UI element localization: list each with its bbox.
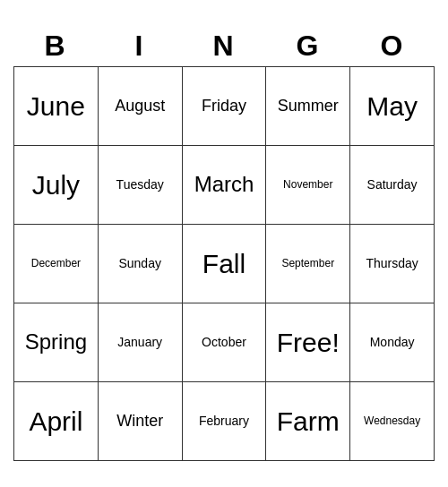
bingo-cell-12: Fall [183,225,267,303]
bingo-cell-6: Tuesday [99,146,183,225]
cell-text-11: Sunday [118,257,160,270]
bingo-card: BINGO JuneAugustFridaySummerMayJulyTuesd… [13,26,435,461]
bingo-cell-10: December [14,225,99,303]
cell-text-21: Winter [116,413,163,431]
bingo-cell-21: Winter [99,382,183,461]
bingo-cell-1: August [99,67,183,146]
cell-text-6: Tuesday [116,178,164,192]
cell-text-20: April [29,406,82,436]
cell-text-7: March [194,173,254,196]
cell-text-13: September [281,258,334,269]
bingo-cell-3: Summer [266,67,350,146]
cell-text-19: Monday [370,336,415,349]
bingo-cell-24: Wednesday [350,382,435,461]
bingo-cell-17: October [183,303,267,382]
cell-text-9: Saturday [367,178,418,192]
bingo-cell-13: September [266,225,350,303]
cell-text-22: February [199,414,249,428]
bingo-cell-4: May [350,67,435,146]
cell-text-15: Spring [25,330,87,354]
bingo-cell-16: January [99,303,183,382]
bingo-grid: JuneAugustFridaySummerMayJulyTuesdayMarc… [13,66,435,461]
cell-text-10: December [31,258,81,269]
bingo-cell-14: Thursday [350,225,435,303]
cell-text-12: Fall [202,249,246,278]
bingo-cell-7: March [183,146,267,225]
header-letter-i: I [98,26,182,66]
bingo-header: BINGO [13,26,435,66]
bingo-cell-19: Monday [350,303,435,382]
header-letter-b: B [13,26,98,66]
cell-text-8: November [283,179,332,191]
bingo-cell-5: July [14,146,99,225]
cell-text-1: August [115,98,165,115]
bingo-cell-20: April [14,382,99,461]
header-letter-n: N [182,26,266,66]
header-letter-o: O [350,26,435,66]
bingo-cell-23: Farm [266,382,350,461]
header-letter-g: G [266,26,350,66]
bingo-cell-9: Saturday [350,146,435,225]
bingo-cell-22: February [183,382,267,461]
cell-text-2: Friday [202,98,246,115]
cell-text-3: Summer [278,98,339,115]
bingo-cell-15: Spring [14,303,99,382]
cell-text-18: Free! [277,328,340,357]
cell-text-23: Farm [277,406,340,436]
cell-text-16: January [117,336,162,349]
bingo-cell-11: Sunday [99,225,183,303]
cell-text-0: June [27,91,85,121]
bingo-cell-0: June [14,67,99,146]
cell-text-4: May [366,91,418,121]
bingo-cell-18: Free! [266,303,350,382]
cell-text-5: July [32,170,80,200]
cell-text-14: Thursday [366,257,418,270]
cell-text-24: Wednesday [364,415,420,427]
bingo-cell-8: November [266,146,350,225]
bingo-cell-2: Friday [183,67,267,146]
cell-text-17: October [202,336,246,349]
